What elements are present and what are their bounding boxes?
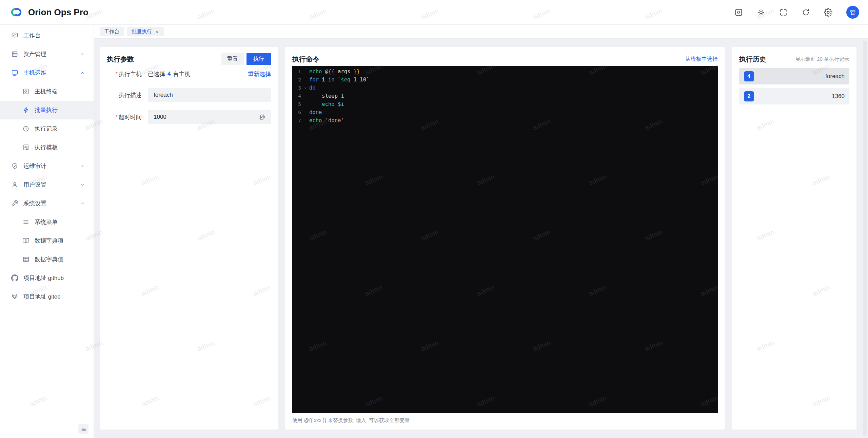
- description-input-wrap: [148, 88, 271, 102]
- user-avatar[interactable]: 管: [846, 6, 859, 19]
- sidebar-item-label: 用户设置: [23, 181, 46, 189]
- sidebar: 工作台资产管理主机运维主机终端批量执行执行记录执行模板运维审计用户设置系统设置系…: [0, 25, 94, 438]
- refresh-icon: [802, 8, 810, 17]
- line-number: 5: [292, 100, 301, 108]
- sidebar-item-label: 项目地址 gitee: [23, 293, 61, 301]
- reselect-hosts-link[interactable]: 重新选择: [248, 70, 271, 78]
- tab-label: 批量执行: [132, 28, 152, 35]
- description-input[interactable]: [154, 92, 265, 98]
- refresh-button[interactable]: [802, 8, 810, 17]
- settings-gear-icon: [824, 8, 832, 17]
- fold-gutter: [301, 116, 309, 125]
- hosts-value-prefix: 已选择: [148, 70, 165, 78]
- exec-params-title: 执行参数: [107, 55, 134, 64]
- sidebar-collapse-button[interactable]: [78, 424, 88, 434]
- sidebar-item-exec-log[interactable]: 执行记录: [0, 119, 94, 138]
- sidebar-item-label: 执行模板: [35, 144, 58, 151]
- code-editor[interactable]: 1echo @{{ args }}2for i in `seq 1 10`3do…: [292, 66, 718, 413]
- indent-guide: [311, 92, 311, 100]
- history-item-text: 1360: [832, 93, 845, 100]
- wrench-icon: [11, 200, 18, 207]
- exec-history-header: 执行历史 展示最近 20 条执行记录: [739, 53, 849, 65]
- sidebar-item-ops-audit[interactable]: 运维审计: [0, 157, 94, 175]
- fold-gutter: [301, 92, 309, 100]
- timeout-input-wrap: 秒: [148, 110, 271, 124]
- history-item[interactable]: 21360: [739, 88, 849, 104]
- history-item[interactable]: 4foreach: [739, 68, 849, 84]
- line-number: 7: [292, 116, 301, 125]
- fullscreen-icon: [779, 8, 788, 17]
- tab-label: 工作台: [104, 28, 119, 35]
- sidebar-item-dict-item[interactable]: 数据字典项: [0, 231, 94, 250]
- sidebar-item-host-ops[interactable]: 主机运维: [0, 63, 94, 82]
- book-open-icon: [22, 237, 29, 244]
- close-tab-icon[interactable]: [155, 30, 159, 34]
- exec-params-header: 执行参数 重置 执行: [107, 53, 271, 65]
- sidebar-item-label: 数据字典值: [35, 255, 63, 263]
- form-row-timeout: *超时时间 秒: [107, 110, 271, 124]
- sidebar-item-system-menu[interactable]: 系统菜单: [0, 213, 94, 231]
- sidebar-item-gitee-link[interactable]: 项目地址 gitee: [0, 287, 94, 306]
- reset-button[interactable]: 重置: [221, 53, 244, 65]
- fold-gutter: [301, 68, 309, 76]
- code-line: 2for i in `seq 1 10`: [292, 76, 718, 84]
- tab-batch-exec[interactable]: 批量执行: [127, 27, 164, 36]
- code-terminal-button[interactable]: [734, 8, 743, 17]
- sidebar-item-user-settings[interactable]: 用户设置: [0, 175, 94, 194]
- hosts-label: *执行主机: [107, 70, 142, 78]
- code-line: 1echo @{{ args }}: [292, 68, 718, 76]
- code-terminal-icon: [734, 8, 743, 17]
- timeout-input[interactable]: [154, 114, 259, 120]
- required-mark: *: [115, 114, 118, 120]
- table-grid-icon: [22, 256, 29, 263]
- chevron-down-icon: [80, 182, 85, 188]
- fold-gutter: [301, 84, 309, 92]
- app-logo: Orion Ops Pro: [9, 6, 88, 18]
- terminal-icon: [22, 88, 29, 95]
- code-line: 3do: [292, 84, 718, 92]
- sidebar-item-label: 系统菜单: [35, 218, 58, 226]
- indent-guide: [311, 100, 311, 108]
- sidebar-item-label: 系统设置: [23, 199, 46, 207]
- hosts-value-suffix: 台主机: [173, 70, 190, 78]
- form-row-hosts: *执行主机 已选择 4 台主机 重新选择: [107, 68, 271, 80]
- app-header: Orion Ops Pro 管: [0, 0, 868, 25]
- sidebar-item-system-settings[interactable]: 系统设置: [0, 194, 94, 213]
- line-number: 3: [292, 84, 301, 92]
- sidebar-item-batch-exec[interactable]: 批量执行: [0, 101, 94, 119]
- lightning-icon: [22, 107, 29, 114]
- host-ops-icon: [11, 69, 18, 76]
- app-body: 工作台资产管理主机运维主机终端批量执行执行记录执行模板运维审计用户设置系统设置系…: [0, 25, 868, 438]
- run-button[interactable]: 执行: [246, 53, 271, 65]
- line-number: 1: [292, 68, 301, 76]
- line-number: 6: [292, 108, 301, 116]
- sidebar-item-assets[interactable]: 资产管理: [0, 45, 94, 63]
- fullscreen-button[interactable]: [779, 8, 788, 17]
- history-list: 4foreach21360: [739, 68, 849, 108]
- form-row-description: 执行描述: [107, 88, 271, 102]
- exec-params-actions: 重置 执行: [221, 53, 271, 65]
- sidebar-item-exec-template[interactable]: 执行模板: [0, 138, 94, 157]
- sidebar-item-label: 数据字典项: [35, 237, 63, 245]
- sidebar-item-github-link[interactable]: 项目地址 github: [0, 269, 94, 287]
- sidebar-item-label: 资产管理: [23, 50, 46, 58]
- app-title: Orion Ops Pro: [28, 7, 88, 18]
- exec-history-meta: 展示最近 20 条执行记录: [795, 56, 849, 62]
- gitee-icon: [11, 293, 18, 300]
- main-area: 工作台批量执行 执行参数 重置 执行 *执行主机 已选择: [94, 25, 868, 438]
- history-item-text: foreach: [825, 73, 845, 80]
- settings-gear-button[interactable]: [824, 8, 832, 17]
- theme-sun-button[interactable]: [757, 8, 765, 17]
- header-actions: 管: [734, 6, 859, 19]
- tab-workbench[interactable]: 工作台: [100, 27, 124, 36]
- close-x-icon: [155, 30, 159, 34]
- sidebar-item-workbench[interactable]: 工作台: [0, 26, 94, 45]
- choose-template-link[interactable]: 从模板中选择: [685, 56, 718, 63]
- sidebar-item-dict-value[interactable]: 数据字典值: [0, 250, 94, 269]
- page-scrollbar[interactable]: [863, 41, 867, 436]
- sidebar-item-host-terminal[interactable]: 主机终端: [0, 82, 94, 101]
- exec-history-title: 执行历史: [739, 55, 766, 64]
- sidebar-menu: 工作台资产管理主机运维主机终端批量执行执行记录执行模板运维审计用户设置系统设置系…: [0, 25, 94, 306]
- history-host-count-badge: 2: [744, 91, 754, 101]
- chevron-down-icon: [80, 163, 85, 169]
